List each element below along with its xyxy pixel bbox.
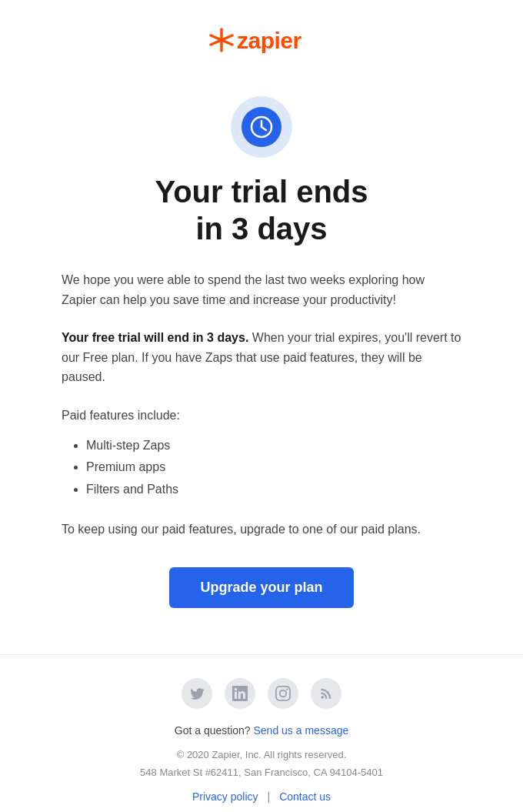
headline-line1: Your trial ends <box>155 175 368 209</box>
headline-line2: in 3 days <box>195 212 327 246</box>
upgrade-prompt: To keep using our paid features, upgrade… <box>62 520 461 540</box>
trial-warning-bold: Your free trial will end in 3 days. <box>62 331 248 344</box>
clock-inner-circle <box>242 107 281 147</box>
copyright: © 2020 Zapier, Inc. All rights reserved.… <box>140 746 383 782</box>
question-text: Got a question? <box>175 724 251 737</box>
zapier-logo-svg: zapier <box>208 23 315 58</box>
headline: Your trial ends in 3 days <box>62 173 461 247</box>
footer: Got a question? Send us a message © 2020… <box>0 654 523 812</box>
logo-container: zapier <box>208 23 315 58</box>
footer-links: Privacy policy | Contact us <box>192 790 331 803</box>
privacy-policy-link[interactable]: Privacy policy <box>192 790 258 803</box>
list-item: Filters and Paths <box>86 479 461 501</box>
social-icons <box>182 678 341 709</box>
instagram-icon[interactable] <box>268 678 298 709</box>
clock-icon <box>249 115 274 139</box>
list-item: Premium apps <box>86 456 461 479</box>
list-item: Multi-step Zaps <box>86 435 461 457</box>
address: 548 Market St #62411, San Francisco, CA … <box>140 764 383 781</box>
linkedin-icon[interactable] <box>225 678 255 709</box>
send-message-link[interactable]: Send us a message <box>254 724 349 737</box>
rss-icon[interactable] <box>311 678 341 709</box>
email-container: zapier Your trial ends in 3 days We hope… <box>0 0 523 812</box>
upgrade-button[interactable]: Upgrade your plan <box>169 567 353 608</box>
main-content: Your trial ends in 3 days We hope you we… <box>31 173 492 654</box>
svg-line-6 <box>262 127 266 130</box>
twitter-icon[interactable] <box>182 678 212 709</box>
question-line: Got a question? Send us a message <box>175 724 349 737</box>
trial-warning: Your free trial will end in 3 days. When… <box>62 328 461 387</box>
clock-icon-area <box>231 73 292 173</box>
header: zapier <box>0 0 523 73</box>
btn-container: Upgrade your plan <box>62 567 461 608</box>
features-list: Multi-step Zaps Premium apps Filters and… <box>62 435 461 501</box>
svg-text:zapier: zapier <box>237 28 302 53</box>
intro-paragraph: We hope you were able to spend the last … <box>62 270 461 309</box>
paid-features-label: Paid features include: <box>62 406 461 426</box>
copyright-text: © 2020 Zapier, Inc. All rights reserved. <box>140 746 383 764</box>
footer-divider: | <box>268 790 271 803</box>
zapier-logo: zapier <box>208 23 315 58</box>
clock-outer-circle <box>231 96 292 158</box>
contact-us-link[interactable]: Contact us <box>279 790 331 803</box>
